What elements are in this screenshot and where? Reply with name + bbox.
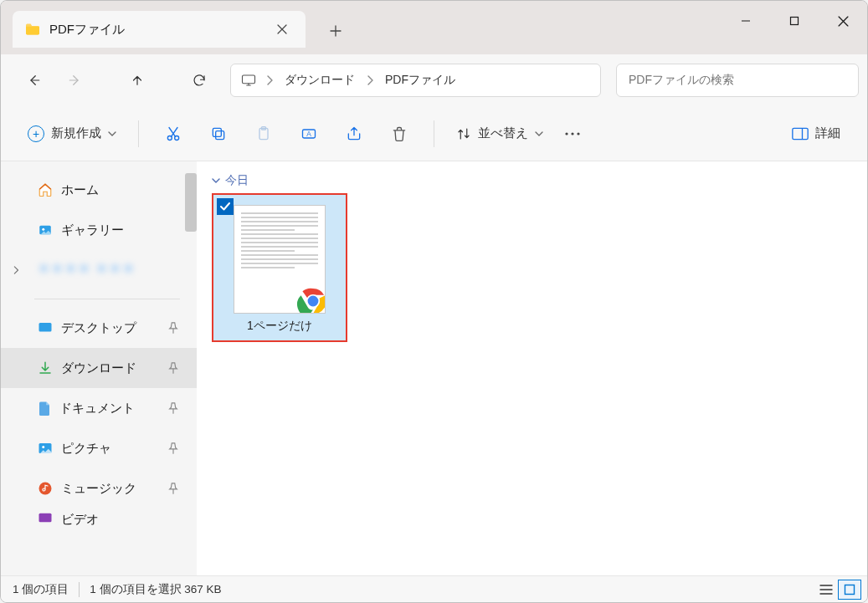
sidebar-item-music[interactable]: ミュージック bbox=[1, 468, 197, 508]
navbar: ダウンロード PDFファイル PDFファイルの検索 bbox=[1, 54, 867, 106]
window-close-button[interactable] bbox=[819, 1, 867, 41]
sidebar-item-documents[interactable]: ドキュメント bbox=[1, 388, 197, 428]
delete-button[interactable] bbox=[377, 117, 422, 151]
content-area[interactable]: 今日 bbox=[197, 161, 867, 575]
sidebar-item-pictures[interactable]: ピクチャ bbox=[1, 428, 197, 468]
back-button[interactable] bbox=[14, 64, 53, 97]
monitor-icon bbox=[239, 73, 258, 88]
sort-button[interactable]: 並べ替え bbox=[446, 117, 553, 151]
paste-button[interactable] bbox=[241, 117, 286, 151]
sidebar-item-downloads[interactable]: ダウンロード bbox=[1, 348, 197, 388]
refresh-button[interactable] bbox=[180, 64, 218, 97]
tab-close-button[interactable] bbox=[270, 18, 294, 41]
forward-button[interactable] bbox=[56, 64, 95, 97]
document-icon bbox=[38, 401, 51, 416]
svg-point-16 bbox=[42, 228, 44, 231]
window-minimize-button[interactable] bbox=[722, 1, 770, 41]
group-header-label: 今日 bbox=[225, 173, 249, 188]
music-icon bbox=[38, 481, 53, 496]
svg-rect-4 bbox=[216, 130, 224, 139]
sidebar-item-home[interactable]: ホーム bbox=[1, 170, 197, 210]
new-button-label: 新規作成 bbox=[51, 125, 101, 141]
status-selection: 1 個の項目を選択 367 KB bbox=[90, 582, 221, 597]
titlebar: PDFファイル bbox=[1, 1, 867, 54]
search-placeholder: PDFファイルの検索 bbox=[629, 73, 734, 88]
sidebar-item-label: ビデオ bbox=[61, 512, 99, 528]
file-thumbnail bbox=[234, 205, 326, 314]
sidebar-item-cloud[interactable]: ＊＊＊＊ ＊＊＊ bbox=[1, 250, 197, 290]
download-icon bbox=[38, 360, 53, 376]
breadcrumb-item[interactable]: PDFファイル bbox=[382, 68, 459, 93]
svg-point-11 bbox=[571, 132, 573, 135]
up-button[interactable] bbox=[118, 64, 157, 97]
svg-point-10 bbox=[565, 132, 568, 135]
svg-rect-13 bbox=[793, 128, 808, 139]
selection-checkbox[interactable] bbox=[217, 198, 234, 215]
sort-button-label: 並べ替え bbox=[478, 125, 528, 141]
svg-rect-26 bbox=[845, 585, 855, 594]
svg-rect-21 bbox=[39, 514, 52, 523]
sidebar-item-label: ドキュメント bbox=[59, 401, 135, 416]
tab-title: PDFファイル bbox=[49, 22, 270, 38]
status-item-count: 1 個の項目 bbox=[13, 582, 69, 597]
chrome-icon bbox=[296, 284, 326, 314]
new-tab-button[interactable] bbox=[321, 16, 351, 46]
gallery-icon bbox=[38, 222, 53, 238]
sidebar-item-label: ダウンロード bbox=[61, 360, 136, 376]
chevron-right-icon bbox=[13, 266, 19, 274]
desktop-icon bbox=[38, 321, 53, 335]
sidebar: ホーム ギャラリー ＊＊＊＊ ＊＊＊ デスクトップ bbox=[1, 161, 197, 575]
pin-icon bbox=[168, 322, 178, 334]
chevron-down-icon bbox=[212, 177, 220, 184]
cut-button[interactable] bbox=[151, 117, 196, 151]
body: ホーム ギャラリー ＊＊＊＊ ＊＊＊ デスクトップ bbox=[1, 161, 867, 575]
details-pane-button[interactable]: 詳細 bbox=[782, 117, 850, 151]
details-pane-label: 詳細 bbox=[815, 125, 840, 141]
sidebar-item-label: ＊＊＊＊ ＊＊＊ bbox=[38, 263, 136, 279]
chevron-right-icon bbox=[258, 75, 281, 85]
window-maximize-button[interactable] bbox=[770, 1, 819, 41]
video-icon bbox=[38, 512, 53, 524]
window-controls bbox=[722, 1, 867, 41]
sidebar-item-label: ギャラリー bbox=[61, 222, 124, 238]
svg-point-12 bbox=[577, 132, 579, 135]
sidebar-item-label: ミュージック bbox=[61, 481, 136, 497]
folder-icon bbox=[24, 23, 41, 36]
group-header-today[interactable]: 今日 bbox=[212, 173, 852, 188]
new-button[interactable]: + 新規作成 bbox=[18, 117, 126, 151]
more-button[interactable] bbox=[553, 117, 592, 151]
breadcrumb-item[interactable]: ダウンロード bbox=[281, 68, 358, 93]
pin-icon bbox=[168, 362, 178, 374]
sidebar-item-gallery[interactable]: ギャラリー bbox=[1, 210, 197, 250]
pin-icon bbox=[168, 402, 178, 414]
view-details-button[interactable] bbox=[814, 580, 838, 600]
search-input[interactable]: PDFファイルの検索 bbox=[616, 64, 859, 97]
sidebar-divider bbox=[34, 299, 180, 299]
active-tab[interactable]: PDFファイル bbox=[13, 11, 306, 48]
file-name-label: 1ページだけ bbox=[244, 314, 316, 337]
pin-icon bbox=[168, 442, 178, 454]
svg-rect-0 bbox=[791, 18, 799, 25]
sidebar-item-videos[interactable]: ビデオ bbox=[1, 508, 197, 534]
svg-rect-5 bbox=[213, 128, 221, 136]
statusbar: 1 個の項目 1 個の項目を選択 367 KB bbox=[1, 575, 867, 602]
svg-point-19 bbox=[42, 446, 44, 448]
sidebar-item-label: デスクトップ bbox=[61, 320, 136, 336]
sidebar-item-desktop[interactable]: デスクトップ bbox=[1, 308, 197, 348]
chevron-down-icon bbox=[108, 130, 116, 137]
chevron-down-icon bbox=[535, 130, 543, 137]
svg-text:A: A bbox=[306, 130, 311, 138]
breadcrumb[interactable]: ダウンロード PDFファイル bbox=[230, 64, 601, 97]
plus-circle-icon: + bbox=[28, 125, 44, 142]
copy-button[interactable] bbox=[196, 117, 241, 151]
rename-button[interactable]: A bbox=[286, 117, 331, 151]
file-item[interactable]: 1ページだけ bbox=[212, 193, 347, 342]
pictures-icon bbox=[38, 442, 53, 455]
share-button[interactable] bbox=[331, 117, 377, 151]
view-thumbnails-button[interactable] bbox=[838, 580, 861, 600]
home-icon bbox=[38, 182, 53, 197]
chevron-right-icon bbox=[358, 75, 382, 85]
sidebar-item-label: ホーム bbox=[61, 182, 99, 198]
svg-rect-1 bbox=[243, 75, 255, 84]
svg-rect-17 bbox=[39, 323, 52, 332]
